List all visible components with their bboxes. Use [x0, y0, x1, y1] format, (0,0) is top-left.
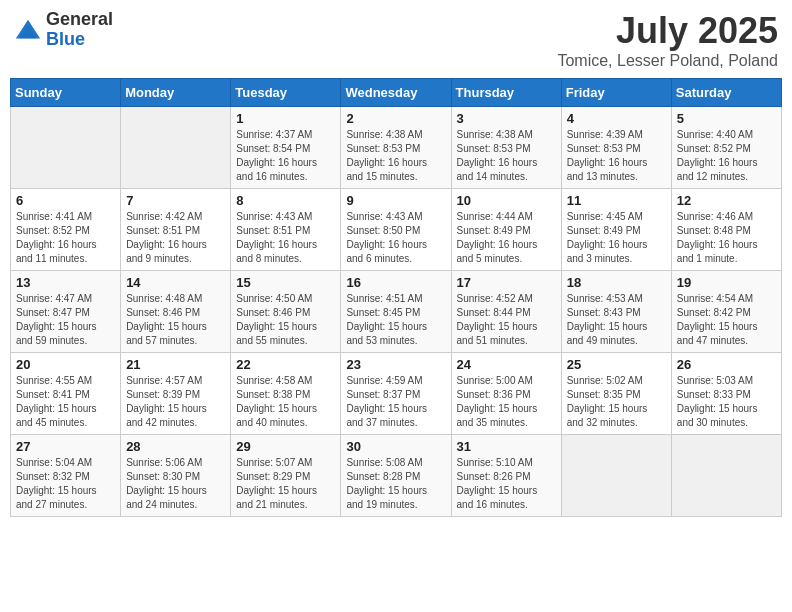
day-info: Sunrise: 5:10 AMSunset: 8:26 PMDaylight:…	[457, 456, 556, 512]
calendar-cell: 8Sunrise: 4:43 AMSunset: 8:51 PMDaylight…	[231, 189, 341, 271]
weekday-header: Friday	[561, 79, 671, 107]
calendar-cell: 22Sunrise: 4:58 AMSunset: 8:38 PMDayligh…	[231, 353, 341, 435]
calendar-cell: 6Sunrise: 4:41 AMSunset: 8:52 PMDaylight…	[11, 189, 121, 271]
calendar-cell: 25Sunrise: 5:02 AMSunset: 8:35 PMDayligh…	[561, 353, 671, 435]
day-number: 24	[457, 357, 556, 372]
day-number: 9	[346, 193, 445, 208]
day-info: Sunrise: 4:38 AMSunset: 8:53 PMDaylight:…	[457, 128, 556, 184]
day-info: Sunrise: 4:59 AMSunset: 8:37 PMDaylight:…	[346, 374, 445, 430]
day-number: 31	[457, 439, 556, 454]
calendar-cell: 13Sunrise: 4:47 AMSunset: 8:47 PMDayligh…	[11, 271, 121, 353]
calendar-cell: 19Sunrise: 4:54 AMSunset: 8:42 PMDayligh…	[671, 271, 781, 353]
calendar-cell	[671, 435, 781, 517]
day-number: 18	[567, 275, 666, 290]
day-info: Sunrise: 4:53 AMSunset: 8:43 PMDaylight:…	[567, 292, 666, 348]
day-info: Sunrise: 4:37 AMSunset: 8:54 PMDaylight:…	[236, 128, 335, 184]
calendar-cell: 27Sunrise: 5:04 AMSunset: 8:32 PMDayligh…	[11, 435, 121, 517]
day-info: Sunrise: 4:52 AMSunset: 8:44 PMDaylight:…	[457, 292, 556, 348]
day-number: 13	[16, 275, 115, 290]
day-info: Sunrise: 4:48 AMSunset: 8:46 PMDaylight:…	[126, 292, 225, 348]
weekday-header: Thursday	[451, 79, 561, 107]
day-info: Sunrise: 4:38 AMSunset: 8:53 PMDaylight:…	[346, 128, 445, 184]
day-number: 21	[126, 357, 225, 372]
calendar-cell: 11Sunrise: 4:45 AMSunset: 8:49 PMDayligh…	[561, 189, 671, 271]
calendar-cell: 2Sunrise: 4:38 AMSunset: 8:53 PMDaylight…	[341, 107, 451, 189]
day-number: 26	[677, 357, 776, 372]
day-info: Sunrise: 4:45 AMSunset: 8:49 PMDaylight:…	[567, 210, 666, 266]
calendar-cell: 28Sunrise: 5:06 AMSunset: 8:30 PMDayligh…	[121, 435, 231, 517]
day-number: 25	[567, 357, 666, 372]
day-number: 3	[457, 111, 556, 126]
day-info: Sunrise: 4:42 AMSunset: 8:51 PMDaylight:…	[126, 210, 225, 266]
day-info: Sunrise: 4:55 AMSunset: 8:41 PMDaylight:…	[16, 374, 115, 430]
calendar-cell: 10Sunrise: 4:44 AMSunset: 8:49 PMDayligh…	[451, 189, 561, 271]
day-info: Sunrise: 4:47 AMSunset: 8:47 PMDaylight:…	[16, 292, 115, 348]
day-number: 22	[236, 357, 335, 372]
day-number: 16	[346, 275, 445, 290]
day-number: 12	[677, 193, 776, 208]
calendar-cell: 14Sunrise: 4:48 AMSunset: 8:46 PMDayligh…	[121, 271, 231, 353]
calendar-cell: 23Sunrise: 4:59 AMSunset: 8:37 PMDayligh…	[341, 353, 451, 435]
day-number: 5	[677, 111, 776, 126]
day-info: Sunrise: 5:06 AMSunset: 8:30 PMDaylight:…	[126, 456, 225, 512]
weekday-header: Sunday	[11, 79, 121, 107]
day-number: 8	[236, 193, 335, 208]
calendar-cell: 7Sunrise: 4:42 AMSunset: 8:51 PMDaylight…	[121, 189, 231, 271]
calendar-cell: 24Sunrise: 5:00 AMSunset: 8:36 PMDayligh…	[451, 353, 561, 435]
calendar-cell: 30Sunrise: 5:08 AMSunset: 8:28 PMDayligh…	[341, 435, 451, 517]
calendar-week-row: 13Sunrise: 4:47 AMSunset: 8:47 PMDayligh…	[11, 271, 782, 353]
logo-text: General Blue	[46, 10, 113, 50]
day-number: 29	[236, 439, 335, 454]
weekday-header: Saturday	[671, 79, 781, 107]
calendar-cell	[121, 107, 231, 189]
day-info: Sunrise: 4:43 AMSunset: 8:50 PMDaylight:…	[346, 210, 445, 266]
calendar-cell	[11, 107, 121, 189]
calendar-cell: 12Sunrise: 4:46 AMSunset: 8:48 PMDayligh…	[671, 189, 781, 271]
calendar-cell: 4Sunrise: 4:39 AMSunset: 8:53 PMDaylight…	[561, 107, 671, 189]
calendar-cell: 26Sunrise: 5:03 AMSunset: 8:33 PMDayligh…	[671, 353, 781, 435]
calendar-cell: 15Sunrise: 4:50 AMSunset: 8:46 PMDayligh…	[231, 271, 341, 353]
calendar-cell: 20Sunrise: 4:55 AMSunset: 8:41 PMDayligh…	[11, 353, 121, 435]
day-number: 20	[16, 357, 115, 372]
day-info: Sunrise: 4:54 AMSunset: 8:42 PMDaylight:…	[677, 292, 776, 348]
calendar-cell: 1Sunrise: 4:37 AMSunset: 8:54 PMDaylight…	[231, 107, 341, 189]
calendar-cell: 17Sunrise: 4:52 AMSunset: 8:44 PMDayligh…	[451, 271, 561, 353]
weekday-header: Wednesday	[341, 79, 451, 107]
day-number: 23	[346, 357, 445, 372]
day-info: Sunrise: 5:04 AMSunset: 8:32 PMDaylight:…	[16, 456, 115, 512]
calendar-table: SundayMondayTuesdayWednesdayThursdayFrid…	[10, 78, 782, 517]
day-number: 14	[126, 275, 225, 290]
day-number: 19	[677, 275, 776, 290]
calendar-cell: 9Sunrise: 4:43 AMSunset: 8:50 PMDaylight…	[341, 189, 451, 271]
page-header: General Blue July 2025 Tomice, Lesser Po…	[10, 10, 782, 70]
day-number: 27	[16, 439, 115, 454]
day-info: Sunrise: 4:58 AMSunset: 8:38 PMDaylight:…	[236, 374, 335, 430]
day-info: Sunrise: 4:39 AMSunset: 8:53 PMDaylight:…	[567, 128, 666, 184]
day-info: Sunrise: 4:51 AMSunset: 8:45 PMDaylight:…	[346, 292, 445, 348]
day-info: Sunrise: 5:02 AMSunset: 8:35 PMDaylight:…	[567, 374, 666, 430]
calendar-cell: 3Sunrise: 4:38 AMSunset: 8:53 PMDaylight…	[451, 107, 561, 189]
day-number: 30	[346, 439, 445, 454]
calendar-week-row: 1Sunrise: 4:37 AMSunset: 8:54 PMDaylight…	[11, 107, 782, 189]
calendar-cell: 18Sunrise: 4:53 AMSunset: 8:43 PMDayligh…	[561, 271, 671, 353]
logo-icon	[14, 16, 42, 44]
logo-general: General	[46, 10, 113, 30]
calendar-week-row: 6Sunrise: 4:41 AMSunset: 8:52 PMDaylight…	[11, 189, 782, 271]
calendar-cell: 31Sunrise: 5:10 AMSunset: 8:26 PMDayligh…	[451, 435, 561, 517]
day-info: Sunrise: 4:41 AMSunset: 8:52 PMDaylight:…	[16, 210, 115, 266]
day-number: 17	[457, 275, 556, 290]
calendar-cell: 16Sunrise: 4:51 AMSunset: 8:45 PMDayligh…	[341, 271, 451, 353]
title-month: July 2025	[557, 10, 778, 52]
day-info: Sunrise: 4:40 AMSunset: 8:52 PMDaylight:…	[677, 128, 776, 184]
day-number: 4	[567, 111, 666, 126]
weekday-header-row: SundayMondayTuesdayWednesdayThursdayFrid…	[11, 79, 782, 107]
day-info: Sunrise: 4:46 AMSunset: 8:48 PMDaylight:…	[677, 210, 776, 266]
weekday-header: Monday	[121, 79, 231, 107]
day-number: 2	[346, 111, 445, 126]
day-number: 15	[236, 275, 335, 290]
day-number: 7	[126, 193, 225, 208]
weekday-header: Tuesday	[231, 79, 341, 107]
logo: General Blue	[14, 10, 113, 50]
day-number: 11	[567, 193, 666, 208]
title-location: Tomice, Lesser Poland, Poland	[557, 52, 778, 70]
